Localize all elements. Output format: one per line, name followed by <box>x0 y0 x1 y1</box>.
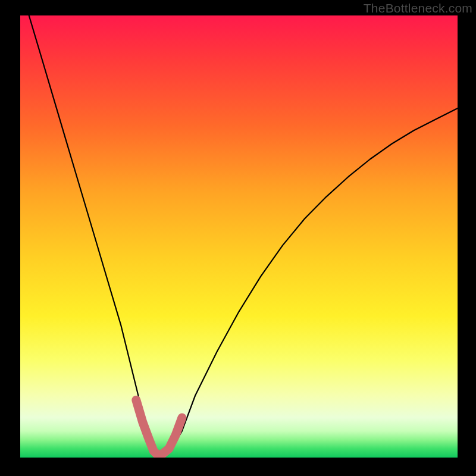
chart-frame: TheBottleneck.com <box>0 0 476 476</box>
watermark-text: TheBottleneck.com <box>364 1 472 15</box>
bottleneck-curve-path <box>29 15 458 455</box>
plot-area <box>20 15 458 458</box>
highlight-segment-path <box>136 400 182 455</box>
chart-svg <box>20 15 458 458</box>
